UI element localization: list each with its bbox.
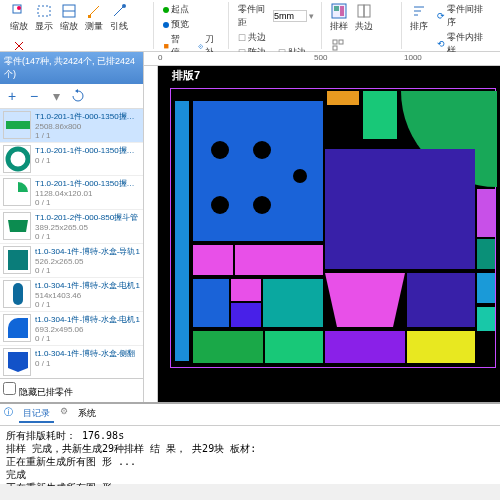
console-line: 排样 完成，共新生成29种排样 结 果， 共29块 板材: (6, 442, 494, 455)
console-body[interactable]: 所有排版耗时： 176.98s排样 完成，共新生成29种排样 结 果， 共29块… (0, 426, 500, 486)
ruler-vertical (144, 66, 158, 402)
console-line: 完成 (6, 468, 494, 481)
nested-part[interactable] (265, 331, 323, 363)
part-name: t1.0-304-1件-博特-水盒-电机1 (35, 280, 140, 291)
common-edge-button[interactable]: ☐共边 (235, 30, 269, 45)
partgap-sort-button[interactable]: ⟳零件间排序 (434, 2, 492, 30)
part-count: 0 / 1 (35, 232, 140, 241)
nested-part[interactable] (477, 189, 495, 237)
part-row[interactable]: T1.0-201-2件-000-850握斗管389.25x265.050 / 1 (0, 210, 143, 244)
svg-rect-14 (339, 40, 343, 44)
part-row[interactable]: t1.0-304-1件-博特-水盒-电机1514x1403.460 / 1 (0, 278, 143, 312)
part-name: t1.0-304-1件-博特-水盒-侧翻 (35, 348, 140, 359)
sort-button[interactable]: 排序 (408, 2, 430, 58)
parts-sidebar: 零件(147种, 共2424个, 已排2424个) + − ▾ T1.0-201… (0, 52, 144, 402)
ribbon-group-sort: 排序 ⟳零件间排序 ⟲零件内排样 排序 (404, 2, 496, 49)
svg-rect-6 (88, 15, 91, 18)
coedge-button[interactable]: 共边 (353, 2, 375, 34)
part-name: T1.0-201-1件-000-1350握斗管 (35, 145, 140, 156)
nested-part[interactable] (325, 273, 405, 327)
svg-rect-13 (333, 40, 337, 44)
nested-part[interactable] (193, 279, 229, 327)
part-dim: 389.25x265.05 (35, 223, 140, 232)
console-line: 正在重新生成所有图 形 ... (6, 481, 494, 486)
svg-line-5 (89, 6, 99, 16)
part-count: 0 / 1 (35, 198, 140, 207)
ribbon: 缩放 显示 缩放 测量 引线 清除 查看 起点 预览 ■暂停 ⟐刀补 工艺设置 … (0, 0, 500, 52)
ruler-horizontal: 0 500 1000 (144, 52, 500, 66)
part-row[interactable]: T1.0-201-1件-000-1350握斗管1128.04x120.010 /… (0, 176, 143, 210)
measure-button[interactable]: 测量 (83, 2, 105, 34)
nested-part[interactable] (231, 303, 261, 327)
part-count: 0 / 1 (35, 359, 140, 368)
refresh-button[interactable] (68, 86, 88, 106)
sheet-boundary (170, 88, 496, 368)
tab-log[interactable]: 目记录 (19, 406, 54, 423)
part-dim: 514x1403.46 (35, 291, 140, 300)
nested-part[interactable] (325, 149, 475, 269)
main: 零件(147种, 共2424个, 已排2424个) + − ▾ T1.0-201… (0, 52, 500, 402)
nested-part[interactable] (175, 101, 189, 361)
sidebar-footer[interactable]: 隐藏已排零件 (0, 378, 143, 402)
part-row[interactable]: T1.0-201-1件-000-1350握斗管0 / 1 (0, 143, 143, 176)
console-panel: ⓘ 目记录 ⚙ 系统 所有排版耗时： 176.98s排样 完成，共新生成29种排… (0, 402, 500, 484)
zoom-button[interactable]: 缩放 (8, 2, 30, 34)
gear-icon: ⚙ (60, 406, 68, 423)
hide-nested-checkbox[interactable] (3, 382, 16, 395)
add-part-button[interactable]: + (2, 86, 22, 106)
more-tool-button[interactable]: ▾ (46, 86, 66, 106)
ribbon-group-process: 起点 预览 ■暂停 ⟐刀补 工艺设置 (156, 2, 229, 49)
gap-input[interactable] (273, 10, 307, 22)
nested-part[interactable] (263, 279, 323, 327)
tab-system[interactable]: 系统 (74, 406, 100, 423)
nested-part[interactable] (193, 101, 323, 241)
svg-rect-10 (340, 6, 344, 16)
part-name: T1.0-201-1件-000-1350握斗管 (35, 178, 140, 189)
part-row[interactable]: t1.0-304-1件-博特-水盒-导轨1526.2x265.050 / 1 (0, 244, 143, 278)
nested-part[interactable] (327, 91, 359, 105)
nested-part[interactable] (235, 245, 323, 275)
nested-part[interactable] (407, 273, 475, 327)
nested-part[interactable] (407, 331, 475, 363)
preview-button[interactable]: 预览 (160, 17, 192, 32)
svg-rect-9 (334, 6, 339, 11)
nested-part[interactable] (193, 245, 233, 275)
nested-part[interactable] (325, 331, 405, 363)
part-list[interactable]: T1.0-201-1件-000-1350握斗管2508.86x8001 / 1T… (0, 109, 143, 378)
scale-button[interactable]: 缩放 (58, 2, 80, 34)
lead-button[interactable]: 引线 (108, 2, 130, 34)
part-row[interactable]: t1.0-304-1件-博特-水盒-侧翻0 / 1 (0, 346, 143, 378)
part-thumb (3, 280, 31, 308)
nest-button[interactable]: 排样 (328, 2, 350, 34)
part-thumb (3, 314, 31, 342)
part-count: 1 / 1 (35, 131, 140, 140)
startpoint-button[interactable]: 起点 (160, 2, 192, 17)
part-dim: 526.2x265.05 (35, 257, 140, 266)
part-name: T1.0-201-1件-000-1350握斗管 (35, 111, 140, 122)
nested-part[interactable] (477, 307, 495, 331)
part-name: T1.0-201-2件-000-850握斗管 (35, 212, 140, 223)
show-button[interactable]: 显示 (33, 2, 55, 34)
console-line: 正在重新生成所有图 形 ... (6, 455, 494, 468)
svg-rect-15 (333, 46, 337, 50)
part-count: 0 / 1 (35, 334, 140, 343)
console-tabs: ⓘ 目记录 ⚙ 系统 (0, 404, 500, 426)
nested-part[interactable] (231, 279, 261, 301)
nesting-canvas[interactable]: 排版7 (158, 66, 500, 402)
nested-part[interactable] (477, 239, 495, 269)
console-line: 所有排版耗时： 176.98s (6, 429, 494, 442)
part-row[interactable]: T1.0-201-1件-000-1350握斗管2508.86x8001 / 1 (0, 109, 143, 143)
svg-rect-12 (364, 5, 370, 17)
sheet-label: 排版7 (172, 68, 200, 83)
nested-part[interactable] (363, 91, 397, 139)
nested-part[interactable] (477, 273, 495, 303)
part-thumb (3, 348, 31, 376)
partgap-item[interactable]: 零件间距 ▾ (235, 2, 317, 30)
nested-part[interactable] (193, 331, 263, 363)
part-name: t1.0-304-1件-博特-水盒-电机1 (35, 314, 140, 325)
svg-rect-2 (38, 6, 50, 16)
part-row[interactable]: t1.0-304-1件-博特-水盒-电机1693.2x495.060 / 1 (0, 312, 143, 346)
part-dim: 2508.86x800 (35, 122, 140, 131)
remove-part-button[interactable]: − (24, 86, 44, 106)
part-count: 0 / 1 (35, 156, 140, 165)
